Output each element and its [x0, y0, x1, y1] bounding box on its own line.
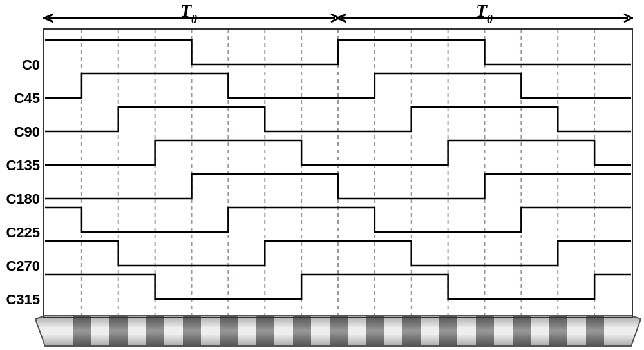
- svg-rect-29: [586, 316, 604, 345]
- svg-rect-28: [549, 316, 567, 345]
- svg-rect-21: [293, 316, 311, 345]
- svg-rect-22: [330, 316, 348, 345]
- label-c180: C180: [6, 191, 40, 207]
- svg-rect-20: [256, 316, 274, 345]
- label-c90: C90: [14, 124, 40, 140]
- svg-rect-26: [476, 316, 494, 345]
- timing-diagram: T0 T0 C0 C45 C90 C135 C180 C225 C270 C31…: [0, 0, 644, 350]
- background: [0, 0, 644, 350]
- svg-rect-24: [402, 316, 421, 345]
- label-c45: C45: [14, 90, 40, 106]
- svg-rect-17: [146, 316, 164, 345]
- svg-rect-19: [220, 316, 238, 345]
- label-c225: C225: [6, 224, 40, 240]
- svg-rect-15: [73, 316, 91, 345]
- svg-rect-18: [183, 316, 201, 345]
- svg-rect-25: [439, 316, 457, 345]
- svg-rect-23: [366, 316, 384, 345]
- bottom-bar-stripes: [73, 316, 604, 345]
- svg-rect-27: [513, 316, 531, 345]
- svg-rect-16: [109, 316, 128, 345]
- label-c315: C315: [6, 291, 40, 307]
- label-c135: C135: [6, 157, 40, 173]
- main-container: T0 T0 C0 C45 C90 C135 C180 C225 C270 C31…: [0, 0, 644, 350]
- label-c0: C0: [22, 57, 40, 73]
- label-c270: C270: [6, 258, 40, 274]
